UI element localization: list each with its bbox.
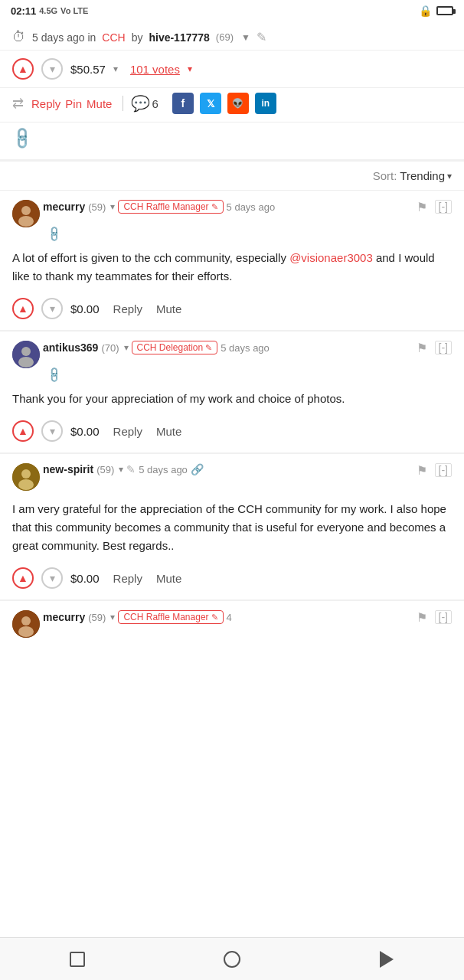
- flag-icon[interactable]: ⚑: [417, 610, 427, 625]
- comment-payout: $0.00: [70, 302, 100, 315]
- comment-text: Thank you for your appreciation of my wo…: [12, 384, 452, 414]
- mute-link[interactable]: Mute: [87, 97, 112, 110]
- community-link[interactable]: CCH: [102, 31, 125, 44]
- battery-icon: [436, 6, 453, 15]
- user-dropdown-arrow[interactable]: ▾: [110, 201, 115, 212]
- avatar-image: [12, 610, 40, 638]
- comment-reputation: (59): [88, 612, 106, 623]
- post-time-ago: 5 days ago in: [32, 31, 96, 44]
- status-right: 🔒: [419, 5, 453, 17]
- badge-edit-icon: ✎: [211, 612, 218, 622]
- comment-username[interactable]: antikus369: [43, 341, 98, 354]
- upvote-button[interactable]: ▲: [12, 58, 34, 80]
- flag-icon[interactable]: ⚑: [417, 341, 427, 355]
- post-edit-icon[interactable]: ✎: [257, 30, 266, 44]
- badge-edit-icon: ✎: [205, 343, 212, 353]
- comment-upvote-button[interactable]: ▲: [12, 420, 34, 442]
- comment-vote-row: ▲ ▾ $0.00 Reply Mute: [12, 561, 452, 599]
- comment-user-info: antikus369 (70) ▾ CCH Delegation ✎ 5 day…: [43, 341, 413, 354]
- link-row: 🔗: [0, 122, 464, 162]
- comment-downvote-button[interactable]: ▾: [41, 298, 63, 319]
- comment-reply-link[interactable]: Reply: [113, 302, 142, 315]
- comment-mute-link[interactable]: Mute: [156, 572, 181, 585]
- status-bar: 02:11 4.5G Vo LTE 🔒: [0, 0, 464, 21]
- svg-point-10: [21, 616, 31, 626]
- svg-point-7: [21, 469, 31, 479]
- comment-vote-row: ▲ ▾ $0.00 Reply Mute: [12, 414, 452, 452]
- sort-bar: Sort: Trending ▾: [0, 162, 464, 191]
- badge-label: CCH Delegation: [137, 342, 204, 353]
- community-badge: CCH Raffle Manager ✎: [118, 610, 223, 624]
- votes-arrow[interactable]: ▾: [188, 64, 192, 74]
- avatar-image: [12, 200, 40, 227]
- comment-time: 5 days ago: [227, 201, 276, 213]
- reply-link[interactable]: Reply: [31, 97, 60, 110]
- upvote-icon: ▲: [18, 572, 28, 584]
- sort-value[interactable]: Trending: [400, 169, 445, 182]
- user-dropdown-arrow[interactable]: ▾: [119, 464, 123, 475]
- collapse-button[interactable]: [-]: [435, 341, 452, 354]
- flag-icon[interactable]: ⚑: [417, 200, 427, 214]
- vertical-divider: [123, 96, 123, 111]
- repost-icon[interactable]: ⇄: [12, 95, 24, 112]
- avatar: [12, 463, 40, 491]
- comment-link-icon[interactable]: 🔗: [45, 224, 63, 242]
- payout-arrow[interactable]: ▾: [113, 64, 118, 74]
- twitter-share-button[interactable]: 𝕏: [200, 93, 221, 114]
- svg-point-11: [18, 626, 34, 637]
- comment-link-icon[interactable]: 🔗: [45, 365, 63, 383]
- comment-user-info: mecurry (59) ▾ CCH Raffle Manager ✎ 5 da…: [43, 200, 413, 214]
- comment-username[interactable]: new-spirit: [43, 463, 93, 475]
- votes-count-link[interactable]: 101 votes: [130, 63, 180, 76]
- comment-reply-link[interactable]: Reply: [113, 572, 142, 585]
- user-dropdown-arrow[interactable]: ▾: [110, 612, 115, 622]
- pin-link[interactable]: Pin: [65, 97, 82, 110]
- comment-upvote-button[interactable]: ▲: [12, 298, 34, 319]
- network-indicator: 4.5G: [39, 6, 57, 15]
- reddit-share-button[interactable]: 👽: [227, 93, 249, 114]
- action-row: ⇄ Reply Pin Mute 💬 6 f 𝕏 👽 in: [0, 88, 464, 122]
- comment-mute-link[interactable]: Mute: [156, 425, 181, 438]
- post-dropdown-arrow[interactable]: ▼: [241, 32, 250, 43]
- collapse-button[interactable]: [-]: [435, 463, 452, 477]
- post-reputation: (69): [216, 31, 234, 43]
- mention-link[interactable]: @visionaer3003: [289, 251, 373, 264]
- payout-amount[interactable]: $50.57: [70, 63, 106, 76]
- downvote-icon: ▾: [50, 425, 55, 437]
- comment-block: mecurry (59) ▾ CCH Raffle Manager ✎ 5 da…: [0, 191, 464, 332]
- comment-header: mecurry (59) ▾ CCH Raffle Manager ✎ 4 ⚑ …: [12, 610, 452, 638]
- comment-upvote-button[interactable]: ▲: [12, 567, 34, 589]
- comment-username[interactable]: mecurry: [43, 611, 85, 623]
- flag-icon[interactable]: ⚑: [417, 463, 427, 478]
- copy-link-icon[interactable]: 🔗: [8, 125, 35, 152]
- comment-downvote-button[interactable]: ▾: [41, 420, 63, 442]
- comment-count: 6: [152, 97, 158, 110]
- comment-reply-link[interactable]: Reply: [113, 425, 142, 438]
- edit-icon: ✎: [126, 463, 136, 475]
- comment-reputation: (59): [96, 464, 114, 475]
- by-label: by: [132, 31, 143, 44]
- badge-label: CCH Raffle Manager: [123, 612, 208, 622]
- comment-downvote-button[interactable]: ▾: [41, 567, 63, 589]
- avatar-image: [12, 341, 40, 368]
- community-badge: CCH Raffle Manager ✎: [118, 200, 223, 214]
- comment-username[interactable]: mecurry: [43, 201, 85, 213]
- sort-arrow-icon[interactable]: ▾: [447, 171, 452, 181]
- comment-icon: 💬: [131, 94, 150, 113]
- collapse-button[interactable]: [-]: [435, 610, 452, 624]
- comment-vote-row: ▲ ▾ $0.00 Reply Mute: [12, 292, 452, 330]
- comment-reputation: (59): [88, 201, 106, 213]
- collapse-button[interactable]: [-]: [435, 200, 452, 214]
- comment-user-info: new-spirit (59) ▾ ✎ 5 days ago 🔗: [43, 463, 413, 475]
- downvote-button[interactable]: ▾: [41, 58, 63, 80]
- post-username[interactable]: hive-117778: [149, 31, 209, 44]
- comment-link-icon-inline[interactable]: 🔗: [191, 463, 204, 475]
- comment-payout: $0.00: [70, 572, 100, 585]
- facebook-share-button[interactable]: f: [172, 93, 194, 114]
- comment-mute-link[interactable]: Mute: [156, 302, 181, 315]
- linkedin-share-button[interactable]: in: [255, 93, 276, 114]
- community-badge: CCH Delegation ✎: [132, 341, 218, 354]
- time-display: 02:11: [11, 5, 36, 17]
- svg-point-8: [18, 479, 34, 490]
- user-dropdown-arrow[interactable]: ▾: [124, 342, 129, 353]
